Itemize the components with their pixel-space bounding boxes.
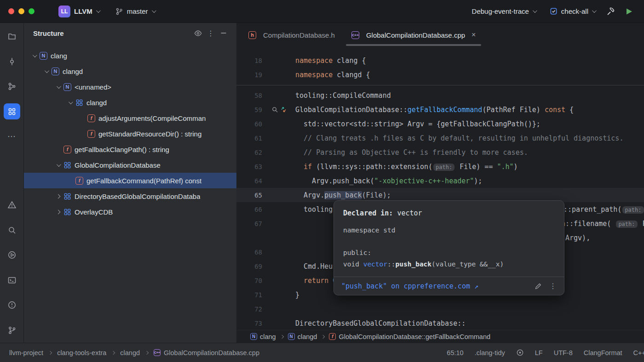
line-number[interactable]: 70 [236,277,262,284]
path-clang-tools-extra[interactable]: clang-tools-extra [57,349,106,356]
clang-tidy-widget[interactable]: .clang-tidy [475,349,505,356]
tool-warnings-button[interactable] [4,197,20,213]
structure-tree-item[interactable]: fgetStandardResourceDir() : string [24,126,236,141]
view-options-button[interactable] [191,27,204,40]
chevron-down-icon[interactable] [52,164,63,167]
line-number[interactable]: 63 [236,163,262,170]
code-line-58[interactable]: 58tooling::CompileCommand [236,88,644,102]
usages-search-icon[interactable] [271,106,278,113]
code-token: if [304,163,312,171]
line-number[interactable]: 59 [236,106,262,113]
line-number[interactable]: 73 [236,320,262,327]
chevron-right-icon[interactable] [52,195,63,198]
structure-tree-item[interactable]: fadjustArguments(CompileComman [24,110,236,126]
project-widget[interactable]: LL LLVM [54,3,104,20]
code-line-64[interactable]: 64 Argv.push_back("-xobjective-c++-heade… [236,174,644,188]
path-llvm-project[interactable]: llvm-project [9,349,43,356]
formatter-widget[interactable]: ClangFormat [584,349,622,356]
tool-terminal-button[interactable] [4,272,20,288]
structure-tree-item[interactable]: GlobalCompilationDatabase [24,157,236,173]
titlebar: LL LLVM master Debug-event-trace check [0,0,644,23]
branch-name: master [127,7,148,15]
cppreference-link[interactable]: "push_back" on cppreference.com ↗ [341,282,535,290]
tool-pull-requests-button[interactable] [4,79,20,94]
code-line-61[interactable]: 61 // Clang treats .h files as C by defa… [236,131,644,145]
line-number[interactable]: 19 [236,71,262,79]
inspections-icon[interactable] [516,349,524,356]
edit-icon[interactable] [535,283,542,290]
structure-tree-item[interactable]: N<unnamed> [24,79,236,95]
code-line-73[interactable]: 73DirectoryBasedGlobalCompilationDatabas… [236,316,644,330]
target-selector[interactable]: check-all [545,5,600,17]
related-symbols-icon[interactable] [280,106,287,113]
run-button[interactable] [621,4,637,19]
close-tab-icon[interactable]: × [472,31,476,39]
structure-tree-item[interactable]: fgetFallbackCommand(PathRef) const [24,173,236,188]
breadcrumb-clang[interactable]: N clang [250,333,276,340]
line-number[interactable]: 64 [236,177,262,185]
chevron-down-icon[interactable] [64,101,75,104]
tool-project-button[interactable] [4,28,20,44]
line-number[interactable]: 18 [236,57,262,64]
tool-problems-button[interactable] [4,297,20,313]
line-number[interactable]: 66 [236,206,262,213]
panel-options-button[interactable]: ⋮ [204,27,217,40]
chevron-down-icon[interactable] [52,85,63,89]
structure-tree-item[interactable]: DirectoryBasedGlobalCompilationDataba [24,188,236,204]
structure-tree-item[interactable]: fgetFallbackClangPath() : string [24,141,236,157]
build-button[interactable] [603,4,618,19]
line-number[interactable]: 72 [236,305,262,313]
breadcrumb-clangd[interactable]: N clangd [288,333,317,340]
tool-commit-button[interactable] [4,53,20,69]
tool-run-button[interactable] [4,247,20,263]
hide-panel-button[interactable] [217,27,230,40]
code-line-62[interactable]: 62 // Parsing as Objective C++ is friend… [236,145,644,159]
tab-compilationdatabase-h[interactable]: h CompilationDatabase.h [240,23,343,47]
code-token: getFallbackCommand [408,106,483,114]
structure-tree-item[interactable]: Nclangd [24,63,236,79]
code-line-63[interactable]: 63 if (llvm::sys::path::extension(path: … [236,159,644,174]
code-line-19[interactable]: 19namespace clangd { [236,68,644,82]
language-widget[interactable]: C++ [633,349,644,356]
tool-version-control-button[interactable] [4,322,20,338]
line-number[interactable]: 67 [236,220,262,227]
close-window-button[interactable] [8,8,14,14]
tool-search-button[interactable] [4,222,20,238]
code-line-59[interactable]: 59GlobalCompilationDatabase::getFallback… [236,102,644,117]
minimize-window-button[interactable] [18,8,24,14]
line-number[interactable]: 62 [236,149,262,156]
code-line-18[interactable]: 18namespace clang { [236,53,644,68]
line-number[interactable]: 65 [236,192,262,199]
line-number[interactable]: 71 [236,291,262,299]
line-number[interactable]: 60 [236,120,262,128]
branch-widget[interactable]: master [110,5,160,18]
doc-declared-in: Declared in: vector [343,209,555,217]
zoom-window-button[interactable] [29,8,34,14]
chevron-down-icon[interactable] [29,54,40,57]
run-config-selector[interactable]: Debug-event-trace [467,5,540,17]
breadcrumb-function[interactable]: f GlobalCompilationDatabase::getFallback… [329,333,490,340]
chevron-right-icon[interactable] [52,210,63,214]
kebab-menu-icon[interactable]: ⋮ [549,282,557,290]
gutter[interactable] [262,106,290,113]
structure-tree-item[interactable]: clangd [24,95,236,110]
path-file[interactable]: C++ GlobalCompilationDatabase.cpp [154,349,259,356]
line-number[interactable]: 58 [236,92,262,99]
encoding-widget[interactable]: UTF-8 [554,349,573,356]
more-tools-button[interactable]: ⋯ [4,129,20,144]
code-editor[interactable]: 18namespace clang {19namespace clangd {5… [236,47,644,330]
code-line-72[interactable]: 72 [236,302,644,316]
path-clangd[interactable]: clangd [120,349,140,356]
tool-structure-button[interactable] [4,103,20,119]
chevron-down-icon[interactable] [40,70,52,73]
caret-position-widget[interactable]: 65:10 [447,349,463,356]
structure-tree-item[interactable]: OverlayCDB [24,204,236,220]
line-number[interactable]: 69 [236,263,262,270]
tree-item-label: DirectoryBasedGlobalCompilationDataba [75,192,200,200]
line-number[interactable]: 61 [236,135,262,142]
tab-globalcompilationdatabase-cpp[interactable]: C++ GlobalCompilationDatabase.cpp × [343,23,484,47]
code-line-60[interactable]: 60 std::vector<std::string> Argv = {getF… [236,117,644,131]
line-number[interactable]: 68 [236,249,262,256]
line-separator-widget[interactable]: LF [535,349,543,356]
structure-tree-item[interactable]: Nclang [24,48,236,63]
